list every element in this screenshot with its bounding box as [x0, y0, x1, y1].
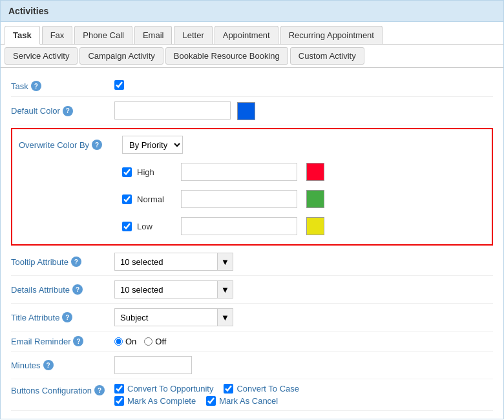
overwrite-color-select-container: By Priority None By Status: [122, 136, 183, 154]
title-attribute-help-icon[interactable]: ?: [62, 312, 72, 322]
email-reminder-off-label: Off: [155, 337, 166, 346]
minutes-label: Minutes ?: [11, 360, 114, 370]
tabs-row-2: Service Activity Campaign Activity Booka…: [1, 45, 503, 68]
email-reminder-off-radio[interactable]: [144, 337, 152, 346]
details-attribute-row: Details Attribute ? 10 selected ▼: [11, 276, 493, 304]
overwrite-color-select[interactable]: By Priority None By Status: [122, 136, 183, 154]
buttons-config-label-text: Buttons Configuration: [11, 386, 92, 395]
minutes-help-icon[interactable]: ?: [43, 360, 54, 370]
email-reminder-help-icon[interactable]: ?: [73, 336, 83, 346]
priority-low-checkbox[interactable]: [122, 222, 132, 231]
tab-fax[interactable]: Fax: [42, 26, 73, 44]
tooltip-attribute-label-text: Tooltip Attribute: [11, 257, 68, 267]
details-attribute-label-text: Details Attribute: [11, 285, 70, 295]
mark-as-cancel-checkbox[interactable]: [206, 396, 216, 406]
details-attribute-control: 10 selected ▼: [114, 280, 493, 299]
task-checkbox-container: [114, 80, 493, 92]
email-reminder-control: On Off: [114, 337, 493, 346]
tooltip-attribute-control: 10 selected ▼: [114, 253, 493, 271]
overwrite-color-section: Overwrite Color By ? By Priority None By…: [11, 128, 493, 246]
tab-bookable-resource-booking[interactable]: Bookable Resource Booking: [165, 47, 288, 65]
email-reminder-on-radio[interactable]: [114, 337, 123, 346]
mark-as-complete-item[interactable]: Mark As Complete: [114, 396, 196, 406]
priority-normal-checkbox[interactable]: [122, 194, 132, 204]
details-attribute-value[interactable]: 10 selected: [114, 280, 218, 299]
email-reminder-on-label: On: [125, 337, 136, 346]
tab-email[interactable]: Email: [134, 26, 173, 44]
overwrite-color-label-text: Overwrite Color By: [19, 140, 89, 150]
details-attribute-label: Details Attribute ?: [11, 284, 114, 295]
minutes-control: 1: [114, 356, 493, 374]
overwrite-color-header: Overwrite Color By ? By Priority None By…: [19, 136, 485, 154]
title-attribute-arrow[interactable]: ▼: [218, 308, 233, 326]
task-checkbox[interactable]: [114, 80, 124, 90]
title-attribute-value[interactable]: Subject: [114, 308, 218, 326]
title-attribute-control: Subject ▼: [114, 308, 493, 326]
default-color-help-icon[interactable]: ?: [63, 106, 73, 116]
tooltip-attribute-row: Tooltip Attribute ? 10 selected ▼: [11, 248, 493, 276]
title-attribute-row: Title Attribute ? Subject ▼: [11, 304, 493, 331]
task-label-text: Task: [11, 81, 28, 91]
buttons-config-row-2: Mark As Complete Mark As Cancel: [114, 396, 493, 406]
priority-low-swatch[interactable]: [306, 217, 324, 235]
convert-to-case-checkbox[interactable]: [224, 384, 233, 394]
tooltip-attribute-value[interactable]: 10 selected: [114, 253, 218, 271]
tabs-row-1: Task Fax Phone Call Email Letter Appoint…: [1, 22, 503, 45]
tab-task[interactable]: Task: [5, 26, 40, 45]
tab-letter[interactable]: Letter: [174, 26, 212, 44]
convert-to-case-item[interactable]: Convert To Case: [224, 384, 299, 394]
default-color-input[interactable]: #005ce5: [114, 101, 231, 120]
email-reminder-row: Email Reminder ? On Off: [11, 331, 493, 352]
tab-campaign-activity[interactable]: Campaign Activity: [79, 47, 163, 65]
minutes-label-text: Minutes: [11, 361, 41, 370]
panel-title: Activities: [1, 1, 503, 22]
priority-normal-row: Normal #44ab43: [19, 187, 485, 211]
email-reminder-off-option[interactable]: Off: [144, 337, 166, 346]
mark-as-complete-checkbox[interactable]: [114, 396, 124, 406]
minutes-input[interactable]: 1: [114, 356, 192, 374]
tab-service-activity[interactable]: Service Activity: [5, 47, 78, 65]
tooltip-attribute-label: Tooltip Attribute ?: [11, 257, 114, 267]
mark-as-cancel-label: Mark As Cancel: [219, 396, 278, 406]
email-reminder-on-option[interactable]: On: [114, 337, 136, 346]
task-row: Task ?: [11, 76, 493, 97]
tab-recurring-appointment[interactable]: Recurring Appointment: [280, 26, 383, 44]
default-color-swatch[interactable]: [237, 102, 255, 120]
buttons-config-label: Buttons Configuration ?: [11, 384, 114, 395]
buttons-config-row-1: Convert To Opportunity Convert To Case: [114, 384, 493, 394]
mark-as-complete-label: Mark As Complete: [127, 396, 196, 406]
convert-to-opportunity-item[interactable]: Convert To Opportunity: [114, 384, 213, 394]
convert-to-opportunity-label: Convert To Opportunity: [127, 384, 213, 394]
overwrite-color-help-icon[interactable]: ?: [92, 140, 102, 150]
form-content: Task ? Default Color ? #005ce5 Overwrite…: [1, 68, 503, 419]
mark-as-cancel-item[interactable]: Mark As Cancel: [206, 396, 278, 406]
priority-high-input[interactable]: #ff002b: [181, 163, 297, 181]
buttons-config-help-icon[interactable]: ?: [94, 385, 105, 395]
tooltip-attribute-arrow[interactable]: ▼: [218, 253, 233, 271]
priority-high-swatch[interactable]: [306, 163, 324, 181]
task-help-icon[interactable]: ?: [31, 81, 41, 91]
priority-low-input[interactable]: #e8e213: [181, 217, 297, 235]
details-attribute-help-icon[interactable]: ?: [72, 284, 83, 295]
priority-high-checkbox[interactable]: [122, 167, 132, 177]
priority-normal-input[interactable]: #44ab43: [181, 190, 297, 208]
buttons-config-row: Buttons Configuration ? Convert To Oppor…: [11, 379, 493, 411]
details-attribute-arrow[interactable]: ▼: [218, 280, 233, 299]
priority-normal-label: Normal: [137, 194, 176, 204]
convert-to-case-label: Convert To Case: [236, 384, 299, 394]
tab-custom-activity[interactable]: Custom Activity: [290, 47, 364, 65]
email-reminder-label: Email Reminder ?: [11, 336, 114, 346]
activities-panel: Activities Task Fax Phone Call Email Let…: [0, 0, 504, 419]
priority-low-row: Low #e8e213: [19, 215, 485, 238]
buttons-config-control: Convert To Opportunity Convert To Case M…: [114, 384, 493, 406]
overwrite-color-label: Overwrite Color By ?: [19, 140, 122, 150]
tab-phone-call[interactable]: Phone Call: [74, 26, 132, 44]
task-label: Task ?: [11, 81, 114, 91]
default-color-label-text: Default Color: [11, 106, 60, 116]
tab-appointment[interactable]: Appointment: [215, 26, 278, 44]
tooltip-attribute-help-icon[interactable]: ?: [71, 257, 81, 267]
priority-normal-swatch[interactable]: [306, 190, 324, 208]
title-attribute-label-text: Title Attribute: [11, 313, 59, 322]
default-color-label: Default Color ?: [11, 106, 114, 116]
convert-to-opportunity-checkbox[interactable]: [114, 384, 124, 394]
